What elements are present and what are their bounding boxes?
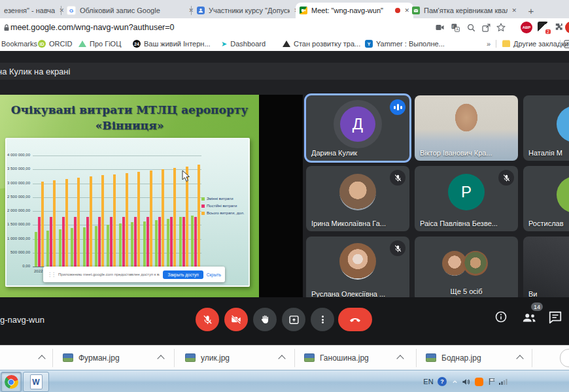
divider xyxy=(52,349,53,367)
participant-tile-raisa[interactable]: Р Раіса Павлівна Безве... xyxy=(415,166,518,231)
legend-swatch-green xyxy=(201,197,205,201)
chart-bar xyxy=(50,217,52,267)
camera-toolbar-icon[interactable] xyxy=(434,22,445,33)
share-notice-text: Приложению meet.google.com предоставлен … xyxy=(58,272,160,276)
participant-tile-daryna[interactable]: Д Дарина Кулик xyxy=(306,95,409,161)
chart-ytick-label: 1 500 000,00 xyxy=(7,222,30,226)
extensions-puzzle-icon[interactable] xyxy=(554,22,564,33)
download-item[interactable]: Ганошина.jpg xyxy=(320,353,369,363)
chart-bar xyxy=(155,220,158,267)
chrome-icon xyxy=(5,375,18,389)
chart-bar-group xyxy=(119,173,128,267)
camera-off-button[interactable] xyxy=(224,308,248,331)
download-item[interactable]: Боднар.jpg xyxy=(441,353,481,363)
action-center-flag-icon[interactable] xyxy=(487,370,497,392)
image-file-icon xyxy=(63,353,73,362)
reading-list-icon[interactable] xyxy=(564,39,569,49)
bookmark-item[interactable]: Про ГіОЦ xyxy=(78,39,121,49)
participant-tile-nataliia[interactable]: Наталія М xyxy=(523,95,569,161)
participant-tile-you[interactable]: Ви xyxy=(523,237,569,302)
slide-title-line2: «Вінниця» xyxy=(0,118,259,134)
chart-legend: Змінні витрати Постійні витрати Всього в… xyxy=(201,197,245,215)
tab-close-icon[interactable]: ✕ xyxy=(511,7,517,14)
avast-tray-icon[interactable] xyxy=(474,370,484,392)
browser-tab-2[interactable]: G Обліковий запис Google ✕ xyxy=(63,3,198,18)
bookmark-item[interactable]: Bookmarks xyxy=(1,39,37,49)
drag-handle-icon[interactable]: ⋮⋮ xyxy=(47,272,55,278)
help-tray-icon[interactable]: ? xyxy=(437,370,447,392)
participant-tile-viktor[interactable]: Віктор Іванович Кра... xyxy=(415,95,518,161)
chart-ytick-label: 2 000 000,00 xyxy=(7,208,30,212)
meeting-details-info-icon[interactable] xyxy=(494,310,508,326)
stop-sharing-button[interactable]: Закрыть доступ xyxy=(163,270,203,279)
presenting-banner: на Кулик на екрані xyxy=(0,63,569,80)
end-call-button[interactable] xyxy=(338,308,372,331)
mic-muted-icon xyxy=(390,170,405,186)
participant-tile-rostyslav[interactable]: Ростислав xyxy=(523,166,569,231)
browser-tab-meet-active[interactable]: Meet: "wng-navg-wun" ✕ xyxy=(296,3,413,18)
show-hidden-icons-chevron[interactable] xyxy=(450,370,459,392)
photo-avatar xyxy=(339,174,376,210)
triangle-icon xyxy=(78,41,86,47)
badge-24-icon: 24 xyxy=(133,40,141,48)
download-item[interactable]: Фурман.jpg xyxy=(78,353,120,363)
show-all-downloads-button[interactable] xyxy=(560,349,569,367)
chart-bar-group xyxy=(155,169,164,267)
hide-notice-button[interactable]: Скрыть xyxy=(207,272,221,277)
bookmark-star-icon[interactable] xyxy=(496,22,506,33)
orcid-icon: iD xyxy=(38,40,46,48)
download-item-menu-chevron[interactable] xyxy=(38,355,45,362)
legend-entry: Постійні витрати xyxy=(201,204,245,208)
new-tab-button[interactable]: + xyxy=(523,3,539,18)
divider xyxy=(532,349,532,367)
translate-icon[interactable]: гA xyxy=(450,22,460,33)
bookmark-item[interactable]: ➤ Dashboard xyxy=(221,39,266,49)
network-signal-icon[interactable] xyxy=(497,370,509,392)
chart-gridline xyxy=(33,155,201,156)
bookmarks-overflow-chevron[interactable]: » xyxy=(487,39,491,49)
zoom-icon[interactable] xyxy=(466,22,476,33)
adblock-extension-icon[interactable]: ABP xyxy=(521,22,532,33)
download-item-menu-chevron[interactable] xyxy=(516,355,523,362)
screen: езення" - навча ✕ G Обліковий запис Goog… xyxy=(0,0,569,392)
participants-button-icon[interactable] xyxy=(521,310,538,327)
url-address[interactable]: meet.google.com/wng-navg-wun?authuser=0 xyxy=(10,23,175,32)
bookmark-item[interactable]: 24 Ваш живий Інтерн... xyxy=(133,39,211,49)
bookmark-item[interactable]: Стан розвитку тра... xyxy=(283,39,360,49)
volume-tray-icon[interactable] xyxy=(460,370,471,392)
chart-bar xyxy=(182,217,185,267)
download-item-menu-chevron[interactable] xyxy=(396,355,404,362)
other-bookmarks-button[interactable]: Другие закладки xyxy=(502,39,568,49)
tab-title: Пам'ятка керівникам кваліфіка xyxy=(424,7,508,14)
browser-tab-3[interactable]: Участники курсу "Допуск до за ✕ xyxy=(193,3,303,18)
bookmark-item-orcid[interactable]: iD ORCID xyxy=(38,39,72,49)
download-item-menu-chevron[interactable] xyxy=(157,355,164,362)
chart-ytick-label: 500 000,00 xyxy=(7,250,30,254)
image-file-icon xyxy=(426,353,436,362)
mic-off-button[interactable] xyxy=(196,308,219,331)
participant-tile-iryna[interactable]: Ірина Миколаївна Га... xyxy=(306,166,409,231)
present-screen-button[interactable] xyxy=(282,308,305,331)
download-item[interactable]: улик.jpg xyxy=(201,353,230,363)
triangle-icon xyxy=(283,41,290,47)
taskbar-word-button[interactable]: W xyxy=(23,372,49,392)
chart-bar xyxy=(46,231,49,267)
share-icon[interactable] xyxy=(481,22,491,33)
raise-hand-button[interactable] xyxy=(253,308,277,331)
chart-ytick-label: 3 000 000,00 xyxy=(7,181,30,185)
browser-tab-1[interactable]: езення" - навча ✕ xyxy=(0,3,68,18)
participant-tile-ruslana[interactable]: Руслана Олексіївна ... xyxy=(306,237,409,302)
download-item-menu-chevron[interactable] xyxy=(278,355,285,362)
participant-tile-overflow[interactable]: Ще 5 осіб xyxy=(415,237,518,302)
chart-bar xyxy=(137,172,140,267)
chart-bar xyxy=(86,217,89,267)
tab-counter-extension-icon[interactable]: 2 xyxy=(538,22,548,32)
browser-tab-5[interactable]: Пам'ятка керівникам кваліфіка ✕ xyxy=(408,3,521,18)
bookmark-item-yammer[interactable]: Y Yammer : Выполне... xyxy=(365,39,445,49)
taskbar-chrome-button[interactable] xyxy=(1,372,22,392)
more-options-button[interactable] xyxy=(311,308,334,331)
chart-bar xyxy=(167,219,169,267)
profile-avatar[interactable] xyxy=(565,22,569,33)
chat-button-icon[interactable] xyxy=(548,310,562,327)
language-indicator[interactable]: EN xyxy=(421,370,436,392)
